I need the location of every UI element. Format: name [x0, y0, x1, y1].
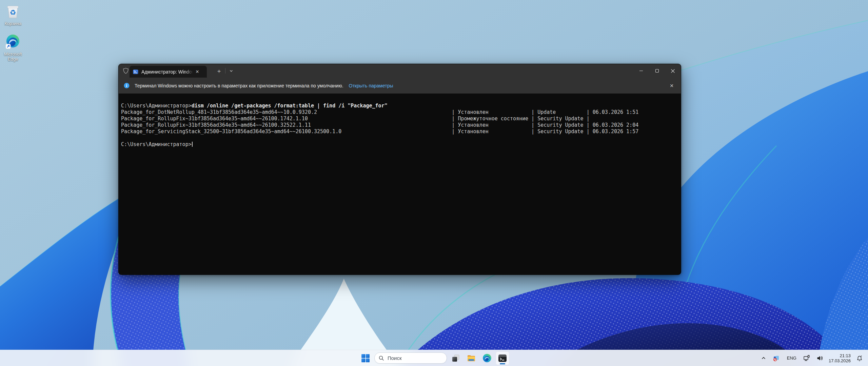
- terminal-titlebar[interactable]: Администратор: Windows Po ✕ ＋: [119, 64, 681, 78]
- tray-app-icon: [772, 354, 781, 362]
- minimize-icon: [639, 69, 643, 73]
- task-view-button[interactable]: [449, 351, 462, 365]
- windows-logo-icon: [361, 354, 370, 363]
- recycle-bin-icon: ♻: [5, 3, 21, 19]
- windows-terminal-window: Администратор: Windows Po ✕ ＋: [118, 64, 681, 275]
- close-button[interactable]: [665, 64, 681, 78]
- taskbar-search[interactable]: Поиск: [374, 352, 447, 364]
- clock[interactable]: 21:13 17.03.2026: [828, 352, 851, 364]
- network-button[interactable]: [802, 353, 812, 363]
- file-explorer-button[interactable]: [465, 351, 478, 365]
- windows-terminal-taskbar-button[interactable]: [496, 351, 509, 365]
- tab-divider: [225, 68, 225, 74]
- system-tray: ENG 21:13 1: [759, 350, 865, 366]
- bell-dnd-icon: z: [856, 354, 863, 362]
- maximize-icon: [655, 69, 659, 73]
- close-icon: [671, 69, 675, 73]
- text-cursor: [192, 142, 193, 147]
- notification-bell-button[interactable]: z: [854, 353, 865, 363]
- prompt: C:\Users\Администратор>: [121, 141, 192, 147]
- running-app-indicator: [500, 363, 505, 364]
- info-icon: [124, 83, 130, 88]
- chevron-down-icon: [229, 69, 233, 73]
- edge-taskbar-button[interactable]: [480, 351, 494, 365]
- icon-label: Корзина: [1, 21, 25, 26]
- svg-text:z: z: [861, 354, 862, 357]
- desktop-icon-microsoft-edge[interactable]: Microsoft Edge: [1, 34, 25, 62]
- ethernet-icon: [803, 354, 810, 362]
- terminal-tab-powershell[interactable]: Администратор: Windows Po ✕: [130, 66, 207, 78]
- new-tab-button[interactable]: ＋: [214, 66, 224, 75]
- desktop-icon-recycle-bin[interactable]: ♻ Корзина: [1, 3, 25, 26]
- chevron-up-icon: [761, 355, 767, 361]
- admin-shield-icon: [122, 67, 129, 74]
- window-controls: [633, 64, 681, 78]
- terminal-buffer[interactable]: C:\Users\Администратор>dism /online /get…: [119, 94, 681, 148]
- edge-icon: [5, 34, 21, 49]
- language-indicator[interactable]: ENG: [785, 354, 798, 362]
- maximize-button[interactable]: [649, 64, 665, 78]
- hidden-icons-chevron[interactable]: [759, 354, 768, 363]
- banner-close-icon[interactable]: ✕: [668, 82, 675, 89]
- terminal-info-banner: Терминал Windows можно настроить в парам…: [119, 78, 681, 94]
- search-icon: [379, 355, 384, 361]
- file-explorer-icon: [467, 354, 476, 363]
- speaker-icon: [816, 354, 824, 362]
- edge-icon: [482, 353, 492, 363]
- prompt: C:\Users\Администратор>: [121, 103, 192, 109]
- svg-text:♻: ♻: [10, 8, 16, 17]
- search-placeholder: Поиск: [388, 355, 402, 361]
- taskbar-center: Поиск: [359, 350, 509, 366]
- windows-terminal-icon: [498, 354, 507, 363]
- tray-app-button[interactable]: [771, 353, 782, 364]
- banner-text: Терминал Windows можно настроить в парам…: [135, 83, 343, 88]
- typed-command: dism /online /get-packages /format:table…: [192, 103, 388, 109]
- tab-close-icon[interactable]: ✕: [194, 68, 201, 76]
- tab-title: Администратор: Windows Po: [141, 69, 193, 75]
- dism-output-rows: Package_for_DotNetRollup_481~31bf3856ad3…: [121, 109, 638, 135]
- tab-dropdown-button[interactable]: [226, 66, 236, 75]
- desktop-screen: ♻ Корзина Microsoft Edge: [0, 0, 868, 366]
- clock-time: 21:13: [840, 353, 851, 358]
- minimize-button[interactable]: [633, 64, 649, 78]
- powershell-icon: [133, 69, 138, 75]
- start-button[interactable]: [359, 351, 372, 365]
- clock-date: 17.03.2026: [829, 358, 851, 363]
- icon-label: Microsoft Edge: [1, 52, 25, 62]
- task-view-icon: [451, 354, 460, 363]
- taskbar: Поиск: [0, 350, 868, 366]
- volume-button[interactable]: [815, 353, 825, 363]
- open-settings-link[interactable]: Открыть параметры: [349, 83, 393, 88]
- terminal-content: C:\Users\Администратор>dism /online /get…: [119, 94, 681, 275]
